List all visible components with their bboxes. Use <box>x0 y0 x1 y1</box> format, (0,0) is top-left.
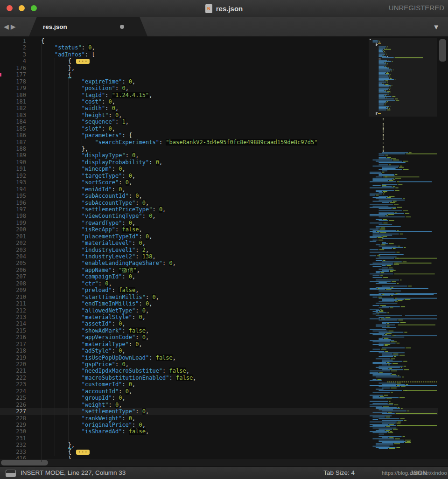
code-line[interactable]: 206 "appName": "微信", <box>0 267 369 273</box>
tab-res-json[interactable]: res.json <box>29 17 147 36</box>
code-line[interactable]: 4 { ··· <box>0 58 369 64</box>
line-number[interactable]: 192 <box>0 173 26 179</box>
code-line[interactable]: 197 "settlementPriceType": 0, <box>0 206 369 213</box>
code-line[interactable]: 194 "emiAdId": 0, <box>0 186 369 193</box>
line-number[interactable]: 180 <box>0 92 26 98</box>
code-line[interactable]: 211 "endTimeInMillis": 0, <box>0 300 369 307</box>
code-line[interactable]: 215 "showAdMark": false, <box>0 327 369 334</box>
fold-marker[interactable]: ··· <box>76 59 90 64</box>
line-number[interactable]: 193 <box>0 179 26 186</box>
nav-back-icon[interactable]: ◀ <box>4 23 9 30</box>
line-number[interactable]: 1 <box>0 38 26 44</box>
code-line[interactable]: 221 "needIpdxMacroSubstitue": false, <box>0 368 369 374</box>
horizontal-scrollbar[interactable] <box>0 459 448 466</box>
line-number[interactable]: 213 <box>0 314 26 320</box>
code-line[interactable]: 200 "isRecApp": false, <box>0 226 369 233</box>
line-number[interactable]: 211 <box>0 300 26 307</box>
code-line[interactable]: 207 "campaignId": 0, <box>0 273 369 280</box>
code-line[interactable]: 203 "industryLevel1": 2, <box>0 247 369 253</box>
line-number[interactable]: 231 <box>0 435 26 442</box>
line-number[interactable]: 4 <box>0 58 26 64</box>
code-line[interactable]: 2 "status": 0, <box>0 44 369 51</box>
line-number[interactable]: 221 <box>0 368 26 374</box>
line-number[interactable]: 187 <box>0 139 26 146</box>
line-number[interactable]: 233 <box>0 449 26 455</box>
code-line[interactable]: 225 "groupId": 0, <box>0 395 369 401</box>
line-number[interactable]: 2 <box>0 44 26 51</box>
code-line[interactable]: 199 "rewardType": 0, <box>0 220 369 226</box>
line-number[interactable]: 222 <box>0 375 26 381</box>
line-number[interactable]: 224 <box>0 388 26 395</box>
code-line[interactable]: 231 <box>0 435 369 442</box>
code-line[interactable]: 183 "height": 0, <box>0 112 369 118</box>
code-line[interactable]: 195 "subAccountId": 0, <box>0 193 369 199</box>
line-number[interactable]: 214 <box>0 320 26 327</box>
code-line[interactable]: 210 "startTimeInMillis": 0, <box>0 294 369 300</box>
line-number[interactable]: 220 <box>0 361 26 368</box>
code-line[interactable]: 190 "displayProbability": 0, <box>0 159 369 166</box>
code-line[interactable]: 232 }, <box>0 442 369 448</box>
line-number[interactable]: 227 <box>0 408 26 415</box>
line-number[interactable]: 202 <box>0 240 26 246</box>
line-number[interactable]: 197 <box>0 206 26 213</box>
line-number[interactable]: 228 <box>0 415 26 422</box>
line-number[interactable]: 195 <box>0 193 26 199</box>
line-number[interactable]: 199 <box>0 220 26 226</box>
code-line[interactable]: 3 "adInfos": [ <box>0 51 369 58</box>
line-number[interactable]: 181 <box>0 98 26 105</box>
line-number[interactable]: 216 <box>0 334 26 340</box>
fold-marker[interactable]: ··· <box>76 450 90 455</box>
code-line[interactable]: 186 "parameters": { <box>0 132 369 139</box>
code-line[interactable]: 204 "industryLevel2": 138, <box>0 253 369 260</box>
line-number[interactable]: 207 <box>0 273 26 280</box>
code-line[interactable]: 205 "enableLandingPageShare": 0, <box>0 260 369 266</box>
line-number[interactable]: 182 <box>0 105 26 111</box>
code-line[interactable]: 217 "materialType": 0, <box>0 341 369 347</box>
code-line[interactable]: 177 { <box>0 71 369 78</box>
line-number[interactable]: 3 <box>0 51 26 58</box>
line-number[interactable]: 219 <box>0 354 26 361</box>
line-number[interactable]: 176 <box>0 65 26 71</box>
line-number[interactable]: 198 <box>0 213 26 219</box>
line-number[interactable]: 232 <box>0 442 26 448</box>
line-number[interactable]: 212 <box>0 307 26 314</box>
line-number[interactable]: 196 <box>0 200 26 206</box>
code-line[interactable]: 181 "cost": 0, <box>0 98 369 105</box>
line-number[interactable]: 188 <box>0 146 26 152</box>
code-line[interactable]: 228 "rankWeight": 0, <box>0 415 369 422</box>
line-number[interactable]: 200 <box>0 226 26 233</box>
code-line[interactable]: 222 "macroSubstitutionEnabled": false, <box>0 375 369 381</box>
line-number[interactable]: 218 <box>0 347 26 354</box>
editor-pane[interactable]: 1{2 "status": 0,3 "adInfos": [4 { ···176… <box>0 36 448 466</box>
line-number[interactable]: 229 <box>0 422 26 428</box>
code-line[interactable]: 198 "viewCountingType": 0, <box>0 213 369 219</box>
code-line[interactable]: 212 "allowedNetType": 0, <box>0 307 369 314</box>
line-number[interactable]: 217 <box>0 341 26 347</box>
code-line[interactable]: 208 "ctr": 0, <box>0 280 369 287</box>
line-number[interactable]: 201 <box>0 233 26 240</box>
tab-size-status[interactable]: Tab Size: 4 <box>323 469 355 476</box>
code-line[interactable]: 224 "accountId": 0, <box>0 388 369 395</box>
line-number[interactable]: 189 <box>0 152 26 159</box>
code-line[interactable]: 196 "subAccountType": 0, <box>0 200 369 206</box>
horizontal-scrollbar-handle[interactable] <box>1 460 48 465</box>
line-number[interactable]: 185 <box>0 125 26 132</box>
nav-forward-icon[interactable]: ▶ <box>11 23 16 30</box>
code-line[interactable]: 220 "gspPrice": 0, <box>0 361 369 368</box>
line-number[interactable]: 205 <box>0 260 26 266</box>
line-number[interactable]: 190 <box>0 159 26 166</box>
line-number[interactable]: 194 <box>0 186 26 193</box>
code-line[interactable]: 214 "assetId": 0, <box>0 320 369 327</box>
code-line[interactable]: 202 "materialLevel": 0, <box>0 240 369 246</box>
code-line[interactable]: 233 { ··· <box>0 449 369 455</box>
line-number[interactable]: 209 <box>0 287 26 293</box>
code-line[interactable]: 216 "appVersionCode": 0, <box>0 334 369 340</box>
code-line[interactable]: 184 "sequence": 1, <box>0 118 369 125</box>
line-number[interactable]: 186 <box>0 132 26 139</box>
code-line[interactable]: 213 "materialStyle": 0, <box>0 314 369 320</box>
code-line[interactable]: 182 "width": 0, <box>0 105 369 111</box>
line-number[interactable]: 203 <box>0 247 26 253</box>
code-line[interactable]: 223 "customerId": 0, <box>0 381 369 388</box>
code-line[interactable]: 189 "displayType": 0, <box>0 152 369 159</box>
line-number[interactable]: 223 <box>0 381 26 388</box>
